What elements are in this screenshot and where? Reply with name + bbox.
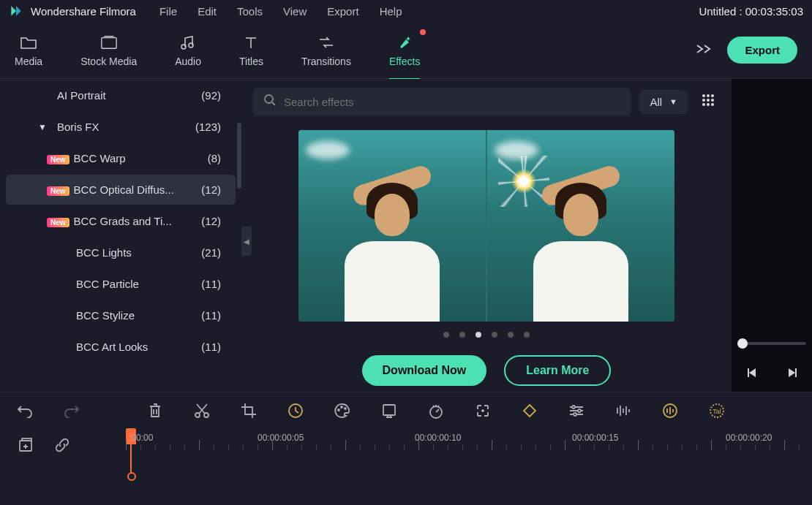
audio-mixer-button[interactable]: [614, 402, 632, 419]
promo-image-before: [298, 130, 486, 322]
tab-transitions[interactable]: Transitions: [301, 28, 351, 73]
color-button[interactable]: [334, 402, 351, 419]
svg-point-7: [702, 99, 705, 102]
svg-point-4: [702, 94, 705, 97]
prev-frame-button[interactable]: [745, 367, 759, 381]
stock-icon: [100, 34, 118, 51]
sidebar-item-bcc-optical-diffusion[interactable]: NewBCC Optical Diffus... (12): [6, 175, 236, 205]
timeline-track[interactable]: :00:00 00:00:00:05 00:00:00:10 00:00:00:…: [126, 428, 812, 505]
menu-file[interactable]: File: [159, 5, 177, 18]
export-button[interactable]: Export: [727, 37, 797, 64]
menu-export[interactable]: Export: [327, 5, 358, 18]
tab-titles[interactable]: Titles: [239, 28, 263, 73]
speed-button[interactable]: [287, 402, 304, 419]
carousel-dot-0[interactable]: [443, 332, 449, 338]
svg-point-17: [341, 406, 342, 408]
effects-icon: [396, 34, 413, 51]
timeline-toolbar: Tal: [0, 392, 812, 428]
svg-point-3: [265, 95, 273, 103]
svg-point-11: [707, 103, 710, 106]
carousel-dot-1[interactable]: [459, 332, 465, 338]
link-button[interactable]: [54, 437, 70, 456]
effects-main: All ▼: [241, 79, 732, 392]
grid-view-toggle[interactable]: [696, 88, 720, 115]
sidebar-item-boris-fx[interactable]: ▼ Boris FX (123): [6, 112, 236, 142]
sidebar-scrollbar[interactable]: [236, 79, 241, 392]
preview-slider[interactable]: [737, 342, 806, 345]
sidebar-item-ai-portrait[interactable]: AI Portrait (92): [6, 80, 236, 110]
svg-point-16: [338, 409, 339, 411]
carousel-dots: [253, 332, 720, 338]
keyframe-button[interactable]: [521, 402, 538, 419]
delete-button[interactable]: [146, 402, 164, 419]
green-screen-button[interactable]: [380, 402, 398, 419]
chevron-down-icon: ▼: [38, 122, 47, 132]
download-now-button[interactable]: Download Now: [362, 355, 487, 386]
carousel-dot-3[interactable]: [492, 332, 497, 338]
preview-panel: [732, 79, 812, 392]
add-track-button[interactable]: [18, 437, 34, 456]
undo-button[interactable]: [16, 402, 34, 419]
svg-point-22: [578, 409, 581, 412]
search-box[interactable]: [253, 88, 631, 115]
svg-point-23: [574, 413, 576, 416]
sidebar-item-bcc-grads[interactable]: NewBCC Grads and Ti... (12): [6, 206, 236, 236]
notification-dot-icon: [420, 29, 426, 35]
svg-rect-19: [383, 405, 395, 415]
audio-stretch-button[interactable]: [661, 402, 679, 419]
tab-media[interactable]: Media: [15, 28, 42, 73]
sidebar-item-bcc-lights[interactable]: BCC Lights (21): [6, 238, 236, 267]
svg-point-6: [711, 94, 714, 97]
timeline: :00:00 00:00:00:05 00:00:00:10 00:00:00:…: [0, 428, 812, 505]
sidebar-item-bcc-warp[interactable]: NewBCC Warp (8): [6, 143, 236, 173]
timeline-ruler[interactable]: :00:00 00:00:00:05 00:00:00:10 00:00:00:…: [126, 428, 812, 450]
search-input[interactable]: [284, 96, 620, 108]
crop-button[interactable]: [240, 402, 257, 419]
sidebar-item-bcc-art-looks[interactable]: BCC Art Looks (11): [6, 332, 236, 362]
tab-effects[interactable]: Effects: [389, 28, 421, 73]
menu-help[interactable]: Help: [380, 5, 402, 18]
text-to-speech-button[interactable]: Tal: [708, 402, 726, 419]
folder-icon: [20, 34, 37, 51]
mask-button[interactable]: [474, 402, 492, 419]
menu-view[interactable]: View: [283, 5, 307, 18]
learn-more-button[interactable]: Learn More: [504, 355, 611, 386]
speed-ramp-button[interactable]: [427, 402, 445, 419]
carousel-dot-4[interactable]: [508, 332, 514, 338]
svg-point-5: [707, 94, 710, 97]
filter-dropdown[interactable]: All ▼: [639, 90, 688, 114]
app-title: Wondershare Filmora: [31, 5, 136, 18]
svg-point-10: [702, 103, 705, 106]
sidebar-item-bcc-particle[interactable]: BCC Particle (11): [6, 269, 236, 299]
svg-point-9: [711, 99, 714, 102]
new-badge: New: [47, 186, 69, 196]
main-tabs: Media Stock Media Audio Titles Transitio…: [0, 22, 812, 79]
svg-rect-0: [102, 37, 116, 48]
person-illustration: [330, 168, 454, 322]
next-frame-button[interactable]: [786, 367, 799, 381]
redo-button[interactable]: [63, 402, 80, 419]
carousel-dot-2[interactable]: [475, 332, 481, 338]
cut-button[interactable]: [193, 402, 211, 419]
tab-stock-media[interactable]: Stock Media: [80, 28, 137, 73]
menu-edit[interactable]: Edit: [198, 5, 217, 18]
adjust-button[interactable]: [568, 402, 585, 419]
svg-point-18: [345, 408, 346, 409]
chevron-down-icon: ▼: [669, 97, 677, 106]
effects-sidebar: AI Portrait (92) ▼ Boris FX (123) NewBCC…: [0, 79, 241, 392]
more-tabs-button[interactable]: [695, 42, 713, 58]
audio-icon: [179, 34, 197, 51]
menu-tools[interactable]: Tools: [237, 5, 263, 18]
svg-point-8: [707, 99, 710, 102]
new-badge: New: [47, 155, 69, 164]
slider-thumb[interactable]: [737, 338, 748, 349]
sidebar-collapse-handle[interactable]: ◀: [241, 227, 252, 256]
new-badge: New: [47, 218, 69, 227]
sidebar-item-bcc-stylize[interactable]: BCC Stylize (11): [6, 300, 236, 330]
search-icon: [263, 94, 277, 110]
chevron-left-icon: ◀: [244, 238, 249, 246]
promo-carousel: [298, 130, 674, 322]
tab-audio[interactable]: Audio: [175, 28, 201, 73]
carousel-dot-5[interactable]: [524, 332, 530, 338]
menu-bar: File Edit Tools View Export Help: [159, 5, 402, 18]
